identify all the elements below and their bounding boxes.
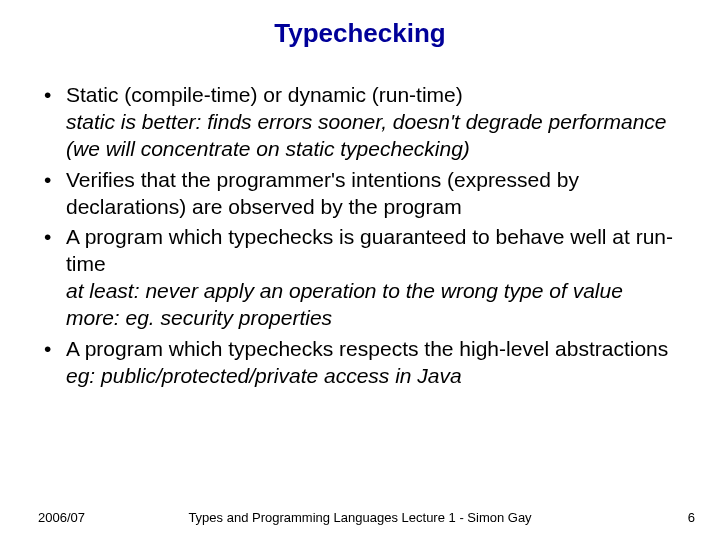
bullet-sub: static is better: finds errors sooner, d…	[66, 109, 690, 136]
bullet-list: Static (compile-time) or dynamic (run-ti…	[38, 82, 690, 390]
list-item: Static (compile-time) or dynamic (run-ti…	[38, 82, 690, 163]
bullet-sub: eg: public/protected/private access in J…	[66, 363, 690, 390]
bullet-sub: at least: never apply an operation to th…	[66, 278, 690, 305]
list-item: A program which typechecks is guaranteed…	[38, 224, 690, 332]
slide: Typechecking Static (compile-time) or dy…	[0, 0, 720, 540]
footer-title: Types and Programming Languages Lecture …	[0, 510, 720, 525]
page-number: 6	[688, 510, 695, 525]
bullet-text: A program which typechecks respects the …	[66, 337, 668, 360]
slide-title: Typechecking	[0, 18, 720, 49]
bullet-text: Verifies that the programmer's intention…	[66, 168, 579, 218]
bullet-sub: (we will concentrate on static typecheck…	[66, 136, 690, 163]
list-item: A program which typechecks respects the …	[38, 336, 690, 390]
bullet-sub: more: eg. security properties	[66, 305, 690, 332]
bullet-text: Static (compile-time) or dynamic (run-ti…	[66, 83, 463, 106]
bullet-text: A program which typechecks is guaranteed…	[66, 225, 673, 275]
slide-body: Static (compile-time) or dynamic (run-ti…	[38, 82, 690, 394]
list-item: Verifies that the programmer's intention…	[38, 167, 690, 221]
